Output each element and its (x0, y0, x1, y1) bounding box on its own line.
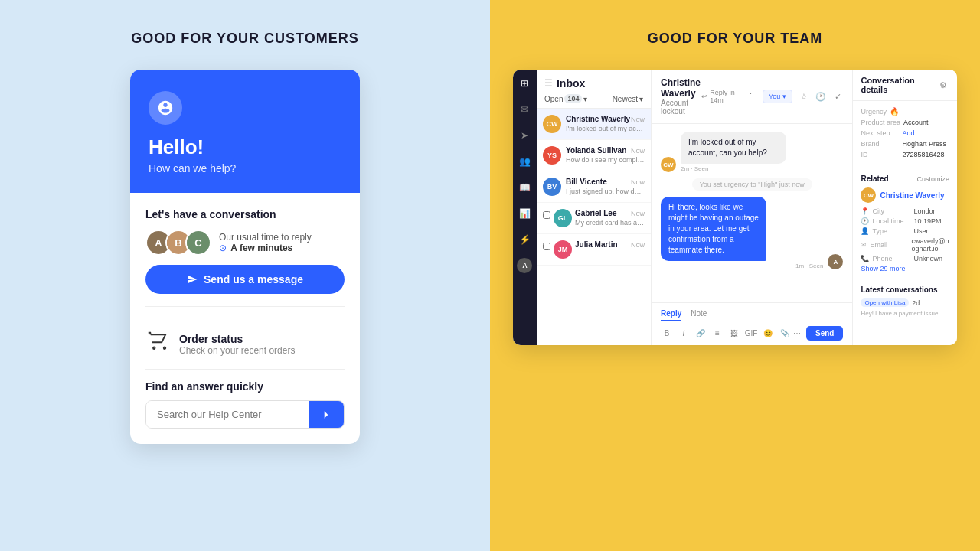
conv-header-right: ↩ Reply in 14m ⋮ You ▾ ☆ 🕐 ✓ (701, 89, 843, 104)
tab-note[interactable]: Note (691, 309, 707, 321)
msg-meta-1: 2m · Seen (681, 165, 843, 172)
more-options-icon[interactable]: ⋮ (746, 90, 756, 103)
conversation-items: CW Christine Waverly Now I'm locked out … (537, 109, 651, 345)
left-section-title: GOOD FOR YOUR CUSTOMERS (131, 31, 358, 47)
conv-avatar-jm: JM (554, 240, 572, 259)
emoji-icon[interactable]: 😊 (762, 328, 774, 340)
assign-button[interactable]: You ▾ (763, 90, 792, 103)
conv-checkbox-jm[interactable] (543, 243, 550, 250)
conv-header: Christine Waverly Account lockout ↩ Repl… (652, 70, 852, 124)
attach-icon[interactable]: 📎 (779, 328, 791, 340)
inbox-ui: ⊞ ✉ ➤ 👥 📖 📊 ⚡ A ☰ Inbox Open 104 ▾ (513, 70, 957, 345)
conv-avatar-cw: CW (543, 115, 561, 133)
more-tools-icon[interactable]: ⋯ (791, 328, 803, 340)
sidebar-icon-send[interactable]: ➤ (517, 128, 532, 143)
widget-logo-icon (149, 91, 182, 125)
messages-area: CW I'm locked out of my account, can you… (652, 124, 852, 302)
send-reply-button[interactable]: Send (806, 326, 843, 341)
tab-reply[interactable]: Reply (661, 309, 681, 321)
reply-bar: Reply Note B I 🔗 ≡ 🖼 GIF 😊 📎 (652, 302, 852, 345)
conversation-title: Let's have a conversation (145, 208, 345, 220)
sidebar-user-avatar[interactable]: A (517, 258, 532, 273)
details-body: Urgency 🔥 Product area Account Next step… (853, 101, 957, 168)
conv-checkbox-gl[interactable] (543, 211, 550, 219)
related-person-name[interactable]: Christine Waverly (880, 191, 944, 200)
conv-item-ys[interactable]: YS Yolanda Sullivan Now How do I see my … (537, 140, 651, 171)
sidebar-icon-chart[interactable]: 📊 (517, 206, 532, 221)
sidebar-icon-inbox[interactable]: ✉ (517, 102, 532, 117)
agent-avatar-msg: A (828, 254, 843, 269)
search-section: Find an answer quickly (145, 370, 345, 429)
sidebar-icon-team[interactable]: 👥 (517, 154, 532, 169)
conv-avatar-ys: YS (543, 146, 561, 165)
related-title: Related (861, 174, 888, 183)
newest-filter[interactable]: Newest ▾ (612, 95, 643, 103)
details-settings-icon[interactable]: ⚙ (937, 78, 949, 92)
sidebar-icon-book[interactable]: 📖 (517, 180, 532, 195)
conversation-section: Let's have a conversation A B C Our usua… (145, 208, 345, 307)
search-go-button[interactable] (309, 401, 344, 428)
id-label: ID (861, 151, 899, 158)
details-header: Conversation details ⚙ (853, 70, 957, 101)
msg-meta-2: 1m · Seen (661, 262, 823, 269)
link-icon[interactable]: 🔗 (694, 328, 707, 340)
conv-item-gl[interactable]: GL Gabriel Lee Now My credit card has an… (537, 203, 651, 234)
clock-icon[interactable]: 🕐 (815, 90, 826, 103)
details-panel: Conversation details ⚙ Urgency 🔥 Product… (853, 70, 957, 345)
msg-bubble-agent-1: Hi there, looks like we might be having … (661, 197, 766, 261)
conv-item-jm[interactable]: JM Julia Martin Now (537, 234, 651, 266)
msg-bubble-customer-1: I'm locked out of my account, can you he… (681, 132, 786, 164)
reply-indicator: ↩ Reply in 14m (701, 89, 740, 104)
clock-detail-icon: 🕐 (861, 217, 869, 225)
next-step-value[interactable]: Add (902, 129, 914, 137)
details-title: Conversation details (861, 76, 936, 94)
latest-conversations-section: Latest conversations Open with Lisa 2d H… (853, 279, 957, 323)
latest-badge: Open with Lisa (861, 298, 909, 307)
product-area-value: Account (903, 119, 929, 126)
image-icon[interactable]: 🖼 (728, 328, 740, 340)
type-value: User (913, 227, 928, 235)
id-value: 27285816428 (902, 151, 944, 158)
svg-point-1 (164, 347, 166, 350)
customize-button[interactable]: Customize (916, 175, 949, 183)
send-message-button[interactable]: Send us a message (145, 265, 345, 294)
latest-item: Open with Lisa 2d (861, 298, 949, 307)
svg-point-0 (153, 347, 155, 350)
system-message: You set urgency to "High" just now (692, 178, 812, 191)
conv-item-cw[interactable]: CW Christine Waverly Now I'm locked out … (537, 109, 651, 140)
search-row (145, 400, 345, 429)
email-value: cwaverly@hoghart.io (911, 237, 949, 253)
related-avatar: CW (861, 187, 876, 203)
gif-icon[interactable]: GIF (745, 328, 757, 340)
sidebar-icon-bolt[interactable]: ⚡ (517, 232, 532, 247)
agent-avatars: A B C (145, 230, 211, 256)
next-step-label: Next step (861, 129, 899, 137)
urgency-label: Urgency (861, 108, 887, 116)
bold-icon[interactable]: B (661, 328, 673, 340)
user-detail-icon: 👤 (861, 227, 869, 235)
conversation-list: ☰ Inbox Open 104 ▾ Newest ▾ (537, 70, 652, 345)
conv-item-bv[interactable]: BV Bill Vicente Now I just signed up, ho… (537, 171, 651, 203)
order-text: Order status Check on your recent orders (179, 333, 295, 356)
hamburger-icon[interactable]: ☰ (544, 78, 553, 89)
conv-avatar-bv: BV (543, 178, 561, 196)
star-icon[interactable]: ☆ (799, 90, 809, 103)
left-panel: GOOD FOR YOUR CUSTOMERS Hello! How can w… (0, 0, 490, 551)
right-panel: GOOD FOR YOUR TEAM ⊞ ✉ ➤ 👥 📖 📊 ⚡ A ☰ Inb… (490, 0, 980, 551)
inbox-title-row: ☰ Inbox (544, 77, 643, 90)
show-more-button[interactable]: Show 29 more (861, 265, 949, 272)
list-icon[interactable]: ≡ (711, 328, 724, 340)
order-status-section[interactable]: Order status Check on your recent orders (145, 319, 345, 370)
reply-actions: B I 🔗 ≡ 🖼 GIF 😊 📎 ⋯ Send (661, 326, 843, 341)
sidebar-icon-grid[interactable]: ⊞ (517, 76, 532, 91)
open-filter[interactable]: Open 104 ▾ (544, 94, 588, 103)
search-input[interactable] (146, 401, 309, 428)
latest-preview: Hey! I have a payment issue... (861, 310, 949, 317)
check-icon[interactable]: ✓ (832, 90, 843, 103)
italic-icon[interactable]: I (678, 328, 690, 340)
widget-body: Let's have a conversation A B C Our usua… (130, 193, 360, 444)
inbox-title: Inbox (557, 77, 585, 90)
local-time-value: 10:19PM (913, 217, 941, 225)
inbox-sidebar: ⊞ ✉ ➤ 👥 📖 📊 ⚡ A (513, 70, 537, 345)
brand-label: Brand (861, 140, 899, 148)
